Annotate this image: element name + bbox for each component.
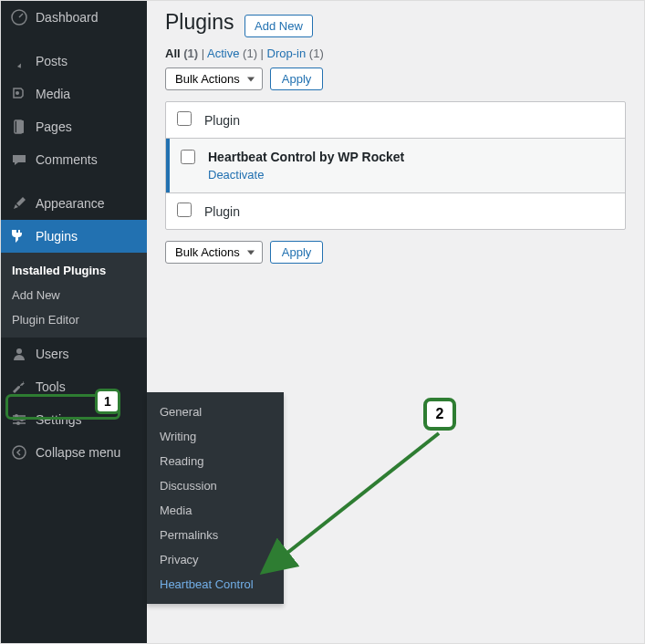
bulk-actions-select[interactable]: Bulk Actions (165, 241, 263, 264)
plugins-submenu: Installed Plugins Add New Plugin Editor (1, 253, 147, 338)
collapse-menu[interactable]: Collapse menu (1, 436, 147, 469)
brush-icon (10, 194, 28, 213)
pin-icon (10, 52, 28, 70)
filter-dropin[interactable]: Drop-in (1) (267, 47, 324, 60)
page-icon (10, 118, 28, 136)
menu-label: Media (36, 87, 70, 101)
plugin-name: Heartbeat Control by WP Rocket (208, 150, 614, 164)
svg-point-1 (16, 91, 19, 95)
plug-icon (10, 227, 28, 245)
submenu-add-new[interactable]: Add New (1, 283, 147, 307)
menu-label: Plugins (36, 229, 78, 244)
collapse-icon (10, 443, 28, 462)
menu-label: Dashboard (36, 10, 99, 25)
menu-label: Pages (36, 119, 72, 134)
menu-label: Tools (36, 379, 66, 394)
media-icon (10, 85, 28, 103)
dashboard-icon (10, 8, 28, 26)
deactivate-link[interactable]: Deactivate (208, 168, 264, 182)
svg-point-8 (13, 446, 26, 459)
column-plugin: Plugin (204, 113, 240, 128)
plugin-filters: All (1) | Active (1) | Drop-in (1) (165, 47, 626, 60)
annotation-badge-2: 2 (423, 398, 456, 431)
menu-label: Posts (36, 54, 68, 68)
bulk-actions-select[interactable]: Bulk Actions (165, 68, 263, 90)
select-all-top[interactable] (177, 111, 192, 126)
menu-label: Collapse menu (36, 445, 120, 460)
apply-button[interactable]: Apply (270, 68, 324, 90)
table-row: Heartbeat Control by WP Rocket Deactivat… (166, 139, 625, 192)
column-plugin: Plugin (204, 204, 240, 219)
filter-active[interactable]: Active (1) (207, 47, 257, 60)
submenu-plugin-editor[interactable]: Plugin Editor (1, 307, 147, 332)
comment-icon (10, 151, 28, 169)
bulk-actions-bottom: Bulk Actions Apply (165, 241, 626, 264)
add-new-button[interactable]: Add New (244, 15, 313, 37)
menu-label: Users (36, 347, 69, 361)
svg-point-7 (16, 421, 20, 425)
sidebar-item-comments[interactable]: Comments (1, 143, 147, 176)
admin-sidebar: Dashboard Posts Media Pages Comments App… (1, 1, 147, 643)
filter-all[interactable]: All (1) (165, 47, 198, 60)
table-header: Plugin (166, 102, 625, 139)
row-checkbox[interactable] (181, 150, 195, 164)
sidebar-item-posts[interactable]: Posts (1, 45, 147, 78)
sidebar-item-users[interactable]: Users (1, 338, 147, 370)
sidebar-item-pages[interactable]: Pages (1, 110, 147, 143)
select-all-bottom[interactable] (177, 203, 192, 217)
annotation-arrow (252, 429, 453, 584)
svg-point-4 (16, 348, 22, 354)
sidebar-item-media[interactable]: Media (1, 78, 147, 110)
bulk-actions-top: Bulk Actions Apply (165, 68, 626, 90)
menu-label: Comments (36, 152, 98, 167)
sidebar-item-plugins[interactable]: Plugins (1, 220, 147, 253)
page-title: Plugins (165, 10, 234, 35)
sidebar-item-appearance[interactable]: Appearance (1, 187, 147, 220)
menu-label: Appearance (36, 196, 105, 211)
svg-rect-3 (16, 120, 24, 133)
submenu-installed-plugins[interactable]: Installed Plugins (1, 258, 147, 283)
user-icon (10, 345, 28, 363)
svg-line-9 (265, 433, 439, 570)
apply-button[interactable]: Apply (270, 241, 324, 264)
plugins-table: Plugin Heartbeat Control by WP Rocket De… (165, 101, 626, 230)
table-footer: Plugin (166, 192, 625, 229)
sidebar-item-dashboard[interactable]: Dashboard (1, 1, 147, 34)
flyout-general[interactable]: General (147, 400, 284, 424)
wrench-icon (10, 378, 28, 396)
annotation-badge-1: 1 (95, 389, 120, 414)
